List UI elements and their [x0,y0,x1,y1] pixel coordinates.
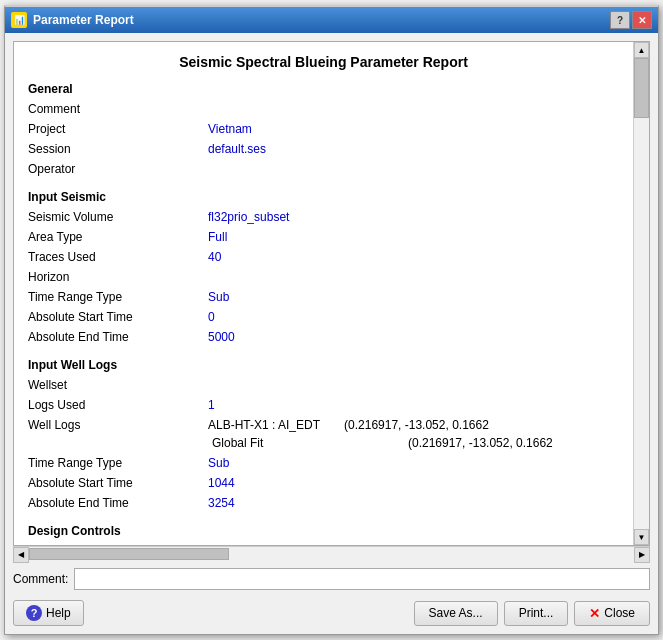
window-title: Parameter Report [33,13,610,27]
parameter-report-window: 📊 Parameter Report ? ✕ Seismic Spectral … [4,5,659,635]
window-icon: 📊 [11,12,27,28]
row-wellset: Wellset [28,376,619,394]
row-operator: Operator [28,160,619,178]
well-log-line-1: ALB-HT-X1 : AI_EDT (0.216917, -13.052, 0… [208,416,619,434]
report-title: Seismic Spectral Blueing Parameter Repor… [28,54,619,70]
scrollbar-thumb[interactable] [634,58,649,118]
h-scroll-track [29,547,634,562]
row-abs-end-well: Absolute End Time 3254 [28,494,619,512]
row-time-range-type-seismic: Time Range Type Sub [28,288,619,306]
print-button[interactable]: Print... [504,601,569,626]
comment-label: Comment: [13,572,68,586]
help-icon: ? [26,605,42,621]
row-abs-end-seismic: Absolute End Time 5000 [28,328,619,346]
scroll-right-btn[interactable]: ▶ [634,547,650,563]
section-input-seismic: Input Seismic [28,190,619,204]
section-well-logs: Input Well Logs [28,358,619,372]
help-button[interactable]: ? Help [13,600,84,626]
action-buttons: Save As... Print... ✕ Close [414,601,650,626]
section-general: General [28,82,619,96]
row-logs-used: Logs Used 1 [28,396,619,414]
save-as-button[interactable]: Save As... [414,601,498,626]
horizontal-scrollbar[interactable]: ◀ ▶ [13,546,650,562]
row-horizon: Horizon [28,268,619,286]
window-body: Seismic Spectral Blueing Parameter Repor… [5,33,658,634]
vertical-scrollbar[interactable]: ▲ ▼ [633,42,649,545]
report-area: Seismic Spectral Blueing Parameter Repor… [13,41,650,546]
close-title-btn[interactable]: ✕ [632,11,652,29]
close-icon: ✕ [589,606,600,621]
row-seismic-volume: Seismic Volume fl32prio_subset [28,208,619,226]
row-abs-start-seismic: Absolute Start Time 0 [28,308,619,326]
report-content[interactable]: Seismic Spectral Blueing Parameter Repor… [14,42,633,545]
row-session: Session default.ses [28,140,619,158]
scroll-left-btn[interactable]: ◀ [13,547,29,563]
row-smoothing-op: Smoothing Operator Len 5 Hz [28,542,619,545]
help-title-btn[interactable]: ? [610,11,630,29]
title-bar-buttons: ? ✕ [610,11,652,29]
row-project: Project Vietnam [28,120,619,138]
row-traces-used: Traces Used 40 [28,248,619,266]
row-well-logs-1: Well Logs ALB-HT-X1 : AI_EDT (0.216917, … [28,416,619,452]
scroll-down-btn[interactable]: ▼ [634,529,649,545]
comment-area: Comment: [13,568,650,590]
scrollbar-thumb-area [634,58,649,529]
scroll-up-btn[interactable]: ▲ [634,42,649,58]
title-bar: 📊 Parameter Report ? ✕ [5,7,658,33]
row-area-type: Area Type Full [28,228,619,246]
h-scroll-thumb[interactable] [29,548,229,560]
section-design-controls: Design Controls [28,524,619,538]
button-row: ? Help Save As... Print... ✕ Close [13,600,650,626]
well-log-line-2: Global Fit (0.216917, -13.052, 0.1662 [208,434,619,452]
comment-input[interactable] [74,568,650,590]
row-comment: Comment [28,100,619,118]
row-time-range-type-well: Time Range Type Sub [28,454,619,472]
row-abs-start-well: Absolute Start Time 1044 [28,474,619,492]
close-button[interactable]: ✕ Close [574,601,650,626]
